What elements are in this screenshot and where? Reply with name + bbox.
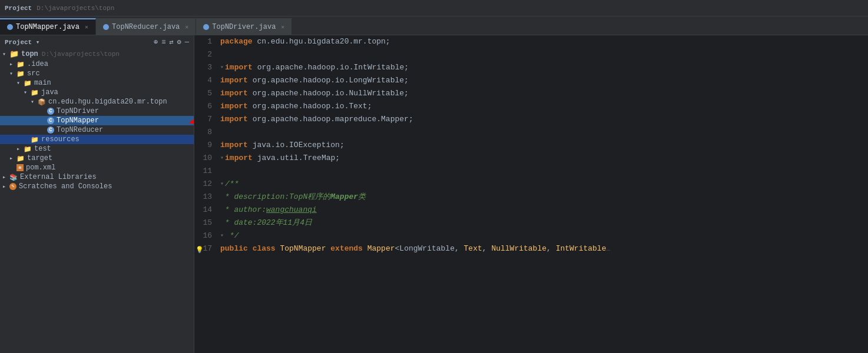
target-icon: 📁 — [16, 155, 25, 162]
code-line-14: * author:wangchuanqi — [218, 204, 868, 217]
tp-null: NullWritable — [491, 242, 546, 255]
tree-item-pomxml[interactable]: m pom.xml — [0, 163, 194, 172]
tree-item-topn[interactable]: 📁 topn D:\javaprojects\topn — [0, 49, 194, 59]
ellipsis: … — [606, 242, 610, 255]
driver-java-icon: C — [47, 108, 54, 115]
arrow-java — [24, 89, 31, 96]
fold-3[interactable]: ▾ — [220, 61, 224, 74]
cmt-13-cls: 类 — [358, 191, 366, 204]
sidebar-toolbar: ⊕ ≡ ⇄ ⚙ — — [154, 38, 189, 46]
code-line-10: ▾ import java.util.TreeMap; — [218, 152, 868, 165]
tab-mapper-label: TopNMapper.java — [16, 23, 79, 31]
cmt-14: * author: — [220, 204, 266, 217]
mapper-file-icon — [7, 24, 13, 30]
pkg-10: java.util. — [257, 152, 303, 165]
extlibs-label: External Libraries — [20, 173, 97, 181]
pkg-9: java.io. — [253, 139, 289, 152]
topn-label: topn — [21, 50, 38, 58]
arrow-main — [16, 79, 24, 86]
code-content[interactable]: package cn.edu.hgu.bigdata20.mr.topn; ▾ … — [218, 35, 868, 353]
pkg-name: cn.edu.hgu.bigdata20.mr.topn — [257, 35, 385, 48]
code-line-13: * description:TopN程序的Mapper类 — [218, 191, 868, 204]
driver-file-icon — [203, 24, 209, 30]
pkg-label: cn.edu.hgu.bigdata20.mr.topn — [48, 98, 167, 106]
fold-12[interactable]: ▾ — [220, 178, 224, 191]
sidebar-sync-icon[interactable]: ⇄ — [169, 38, 173, 46]
sidebar-header: Project ▾ ⊕ ≡ ⇄ ⚙ — — [0, 35, 194, 49]
sidebar-settings-icon[interactable]: ⚙ — [177, 38, 181, 46]
cmt-13-mapper: Mapper — [330, 191, 358, 204]
code-line-8 — [218, 126, 868, 139]
sidebar-close-icon[interactable]: — — [185, 38, 189, 46]
tree-item-package[interactable]: 📦 cn.edu.hgu.bigdata20.mr.topn — [0, 97, 194, 106]
tree-item-target[interactable]: 📁 target — [0, 154, 194, 163]
tree-item-main[interactable]: 📁 main — [0, 78, 194, 88]
kw-import-7: import — [220, 113, 248, 126]
tree-item-topndriver[interactable]: C TopNDriver — [0, 106, 194, 116]
arrow-pkg — [31, 98, 38, 105]
tab-mapper[interactable]: TopNMapper.java ✕ — [0, 18, 96, 35]
code-line-1: package cn.edu.hgu.bigdata20.mr.topn; — [218, 35, 868, 48]
tree-item-test[interactable]: 📁 test — [0, 144, 194, 154]
fold-10[interactable]: ▾ — [220, 152, 224, 165]
arrow-extlibs — [2, 174, 9, 181]
code-line-11 — [218, 165, 868, 178]
arrow-target — [9, 155, 16, 162]
pkg-icon: 📦 — [38, 98, 46, 106]
tree-item-idea[interactable]: 📁 .idea — [0, 59, 194, 69]
tab-reducer[interactable]: TopNReducer.java ✕ — [96, 18, 196, 35]
tree-item-topnmapper[interactable]: C TopNMapper — [0, 116, 194, 125]
tp-int: IntWritable — [556, 242, 607, 255]
idea-icon: 📁 — [16, 61, 25, 68]
target-label: target — [27, 154, 52, 162]
kw-import-6: import — [220, 100, 248, 113]
line-numbers: 1 2 3 4 5 6 7 8 9 10 11 12 13 14 15 16 💡… — [194, 35, 218, 353]
tp-text: Text — [464, 242, 482, 255]
tab-driver[interactable]: TopNDriver.java ✕ — [196, 18, 292, 35]
tree-item-topnreducer[interactable]: C TopNReducer — [0, 125, 194, 135]
tree-item-extlibs[interactable]: 📚 External Libraries — [0, 172, 194, 182]
tree-item-java[interactable]: 📁 java — [0, 88, 194, 97]
kw-package: package — [220, 35, 253, 48]
kw-import-10: import — [225, 152, 253, 165]
sidebar-collapse-icon[interactable]: ≡ — [161, 38, 165, 46]
sidebar: Project ▾ ⊕ ≡ ⇄ ⚙ — 📁 topn D:\javaprojec… — [0, 35, 194, 353]
java-label: java — [41, 88, 58, 96]
test-label: test — [34, 145, 51, 153]
tree-item-resources[interactable]: 📁 resources — [0, 135, 194, 144]
src-icon: 📁 — [16, 70, 25, 78]
code-line-7: import org.apache.hadoop.mapreduce.Mappe… — [218, 113, 868, 126]
test-icon: 📁 — [24, 145, 32, 153]
arrow-idea — [9, 61, 16, 68]
extlibs-icon: 📚 — [9, 174, 18, 181]
tab-reducer-close[interactable]: ✕ — [185, 24, 188, 31]
pom-xml-icon: m — [16, 164, 24, 171]
kw-import-3: import — [225, 61, 253, 74]
pkg-6: org.apache.hadoop.io. — [253, 100, 349, 113]
reducer-file-icon — [103, 24, 109, 30]
tab-driver-label: TopNDriver.java — [212, 23, 276, 31]
kw-import-9: import — [220, 139, 248, 152]
kw-import-4: import — [220, 74, 248, 87]
cmt-16: */ — [225, 229, 238, 242]
fold-16[interactable]: ▾ — [220, 229, 224, 242]
cmt-13-text: TopN程序的 — [289, 191, 330, 204]
tree-item-scratches[interactable]: ✎ Scratches and Consoles — [0, 182, 194, 191]
tree-item-src[interactable]: 📁 src — [0, 69, 194, 78]
bulb-icon[interactable]: 💡 — [196, 244, 204, 257]
tab-mapper-close[interactable]: ✕ — [85, 24, 88, 31]
editor-area[interactable]: 1 2 3 4 5 6 7 8 9 10 11 12 13 14 15 16 💡… — [194, 35, 868, 353]
cls-mapper: Mapper — [367, 242, 395, 255]
code-line-3: ▾ import org.apache.hadoop.io.IntWritabl… — [218, 61, 868, 74]
sidebar-add-icon[interactable]: ⊕ — [154, 38, 158, 46]
cmt-14-author: wangchuanqi — [266, 204, 317, 217]
tab-driver-close[interactable]: ✕ — [281, 24, 284, 31]
resources-icon: 📁 — [31, 136, 39, 144]
mapper-java-icon: C — [47, 117, 54, 124]
arrow-scratches — [2, 183, 9, 190]
kw-class: class — [253, 242, 276, 255]
reducer-java-icon: C — [47, 126, 54, 134]
tab-bar: TopNMapper.java ✕ TopNReducer.java ✕ Top… — [0, 16, 868, 35]
cmt-13: * description: — [220, 191, 289, 204]
code-line-12: ▾ /** — [218, 178, 868, 191]
